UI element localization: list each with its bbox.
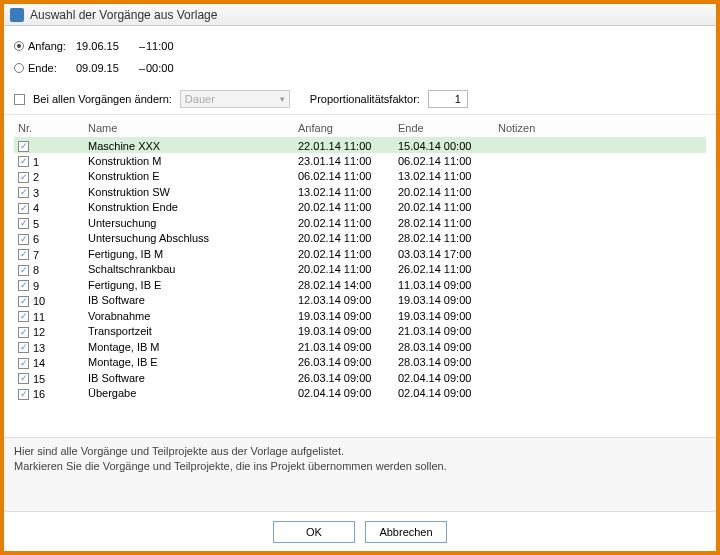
row-checkbox[interactable] xyxy=(18,342,29,353)
col-header-notes[interactable]: Notizen xyxy=(494,119,706,138)
table-row[interactable]: 6Untersuchung Abschluss20.02.14 11:0028.… xyxy=(14,231,706,247)
row-nr: 14 xyxy=(33,357,45,369)
table-row[interactable]: 2Konstruktion E06.02.14 11:0013.02.14 11… xyxy=(14,169,706,185)
row-start: 20.02.14 11:00 xyxy=(298,232,371,244)
task-table-wrap: Nr. Name Anfang Ende Notizen Maschine XX… xyxy=(4,115,716,437)
row-end: 28.03.14 09:00 xyxy=(398,341,471,353)
table-row[interactable]: 9Fertigung, IB E28.02.14 14:0011.03.14 0… xyxy=(14,277,706,293)
row-checkbox[interactable] xyxy=(18,203,29,214)
row-checkbox[interactable] xyxy=(18,187,29,198)
row-end: 28.02.14 11:00 xyxy=(398,217,471,229)
row-start: 28.02.14 14:00 xyxy=(298,279,371,291)
hint-area: Hier sind alle Vorgänge und Teilprojekte… xyxy=(4,437,716,511)
row-start: 06.02.14 11:00 xyxy=(298,170,371,182)
table-row[interactable]: 13Montage, IB M21.03.14 09:0028.03.14 09… xyxy=(14,339,706,355)
row-checkbox[interactable] xyxy=(18,249,29,260)
table-row[interactable]: 1Konstruktion M23.01.14 11:0006.02.14 11… xyxy=(14,153,706,169)
row-checkbox[interactable] xyxy=(18,280,29,291)
row-checkbox[interactable] xyxy=(18,265,29,276)
row-nr: 1 xyxy=(33,156,39,168)
row-end: 03.03.14 17:00 xyxy=(398,248,471,260)
row-checkbox[interactable] xyxy=(18,389,29,400)
table-row[interactable]: 12Transportzeit19.03.14 09:0021.03.14 09… xyxy=(14,324,706,340)
table-row[interactable]: 16Übergabe02.04.14 09:0002.04.14 09:00 xyxy=(14,386,706,402)
row-nr: 10 xyxy=(33,295,45,307)
row-nr: 6 xyxy=(33,233,39,245)
change-all-label: Bei allen Vorgängen ändern: xyxy=(33,93,172,105)
table-row[interactable]: 14Montage, IB E26.03.14 09:0028.03.14 09… xyxy=(14,355,706,371)
row-end: 11.03.14 09:00 xyxy=(398,279,471,291)
row-end: 02.04.14 09:00 xyxy=(398,372,471,384)
row-end: 20.02.14 11:00 xyxy=(398,201,471,213)
row-name: Untersuchung Abschluss xyxy=(88,232,209,244)
change-type-dropdown[interactable]: Dauer ▾ xyxy=(180,90,290,108)
row-checkbox[interactable] xyxy=(18,234,29,245)
row-end: 02.04.14 09:00 xyxy=(398,387,471,399)
row-end: 19.03.14 09:00 xyxy=(398,310,471,322)
row-nr: 16 xyxy=(33,388,45,400)
row-name: Schaltschrankbau xyxy=(88,263,175,275)
change-all-checkbox[interactable] xyxy=(14,94,25,105)
table-row[interactable]: 7Fertigung, IB M20.02.14 11:0003.03.14 1… xyxy=(14,246,706,262)
row-end: 06.02.14 11:00 xyxy=(398,155,471,167)
row-name: Konstruktion SW xyxy=(88,186,170,198)
table-row[interactable]: 11Vorabnahme19.03.14 09:0019.03.14 09:00 xyxy=(14,308,706,324)
row-name: Transportzeit xyxy=(88,325,152,337)
row-end: 28.02.14 11:00 xyxy=(398,232,471,244)
row-name: IB Software xyxy=(88,372,145,384)
titlebar: Auswahl der Vorgänge aus Vorlage xyxy=(4,4,716,26)
app-icon xyxy=(10,8,24,22)
end-radio[interactable] xyxy=(14,63,24,73)
row-nr: 15 xyxy=(33,373,45,385)
end-date-row: Ende: 09.09.15 – 00:00 xyxy=(14,58,706,78)
end-time[interactable]: 00:00 xyxy=(146,62,196,74)
row-start: 02.04.14 09:00 xyxy=(298,387,371,399)
prop-factor-input[interactable] xyxy=(428,90,468,108)
table-row[interactable]: 3Konstruktion SW13.02.14 11:0020.02.14 1… xyxy=(14,184,706,200)
hint-line-1: Hier sind alle Vorgänge und Teilprojekte… xyxy=(14,444,706,459)
col-header-end[interactable]: Ende xyxy=(394,119,494,138)
row-nr: 3 xyxy=(33,187,39,199)
row-start: 13.02.14 11:00 xyxy=(298,186,371,198)
row-start: 26.03.14 09:00 xyxy=(298,356,371,368)
col-header-name[interactable]: Name xyxy=(84,119,294,138)
start-date[interactable]: 19.06.15 xyxy=(76,40,138,52)
start-date-row: Anfang: 19.06.15 – 11:00 xyxy=(14,36,706,56)
button-bar: OK Abbrechen xyxy=(4,511,716,551)
table-row[interactable]: 4Konstruktion Ende20.02.14 11:0020.02.14… xyxy=(14,200,706,216)
row-name: Übergabe xyxy=(88,387,136,399)
start-radio[interactable] xyxy=(14,41,24,51)
row-checkbox[interactable] xyxy=(18,373,29,384)
row-checkbox[interactable] xyxy=(18,141,29,152)
table-row[interactable]: 5Untersuchung20.02.14 11:0028.02.14 11:0… xyxy=(14,215,706,231)
row-checkbox[interactable] xyxy=(18,156,29,167)
ok-button[interactable]: OK xyxy=(273,521,355,543)
prop-factor-label: Proportionalitätsfaktor: xyxy=(310,93,420,105)
row-checkbox[interactable] xyxy=(18,296,29,307)
row-name: Fertigung, IB M xyxy=(88,248,163,260)
row-checkbox[interactable] xyxy=(18,218,29,229)
table-row[interactable]: Maschine XXX22.01.14 11:0015.04.14 00:00 xyxy=(14,138,706,154)
row-start: 20.02.14 11:00 xyxy=(298,263,371,275)
table-row[interactable]: 10IB Software12.03.14 09:0019.03.14 09:0… xyxy=(14,293,706,309)
col-header-nr[interactable]: Nr. xyxy=(14,119,84,138)
table-row[interactable]: 15IB Software26.03.14 09:0002.04.14 09:0… xyxy=(14,370,706,386)
row-nr: 13 xyxy=(33,342,45,354)
row-start: 22.01.14 11:00 xyxy=(298,140,371,152)
row-name: Konstruktion M xyxy=(88,155,161,167)
row-checkbox[interactable] xyxy=(18,327,29,338)
row-checkbox[interactable] xyxy=(18,172,29,183)
cancel-button[interactable]: Abbrechen xyxy=(365,521,447,543)
row-nr: 5 xyxy=(33,218,39,230)
table-row[interactable]: 8Schaltschrankbau20.02.14 11:0026.02.14 … xyxy=(14,262,706,278)
row-checkbox[interactable] xyxy=(18,358,29,369)
start-time[interactable]: 11:00 xyxy=(146,40,196,52)
col-header-start[interactable]: Anfang xyxy=(294,119,394,138)
task-table: Nr. Name Anfang Ende Notizen Maschine XX… xyxy=(14,119,706,401)
row-name: Maschine XXX xyxy=(88,140,160,152)
row-nr: 12 xyxy=(33,326,45,338)
row-checkbox[interactable] xyxy=(18,311,29,322)
end-date[interactable]: 09.09.15 xyxy=(76,62,138,74)
row-nr: 7 xyxy=(33,249,39,261)
window-title: Auswahl der Vorgänge aus Vorlage xyxy=(30,8,217,22)
